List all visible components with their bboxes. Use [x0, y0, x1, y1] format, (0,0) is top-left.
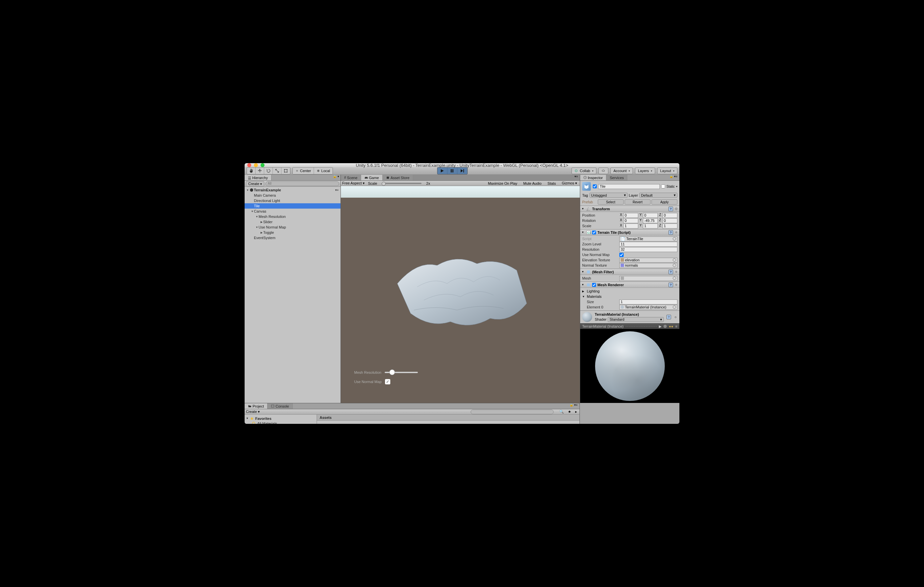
scene-row[interactable]: ▼TerrainExample▾≡ — [244, 187, 340, 193]
rotation-y-input[interactable] — [643, 218, 658, 223]
aspect-dropdown[interactable]: Free Aspect ▾ — [342, 181, 365, 186]
stats-toggle[interactable]: Stats — [546, 181, 557, 186]
preview-light-icon[interactable]: ●● — [669, 324, 673, 328]
scene-tab[interactable]: #Scene — [341, 175, 361, 181]
hierarchy-item-directional-light[interactable]: Directional Light — [244, 198, 340, 203]
prefab-select-button[interactable]: Select — [598, 199, 624, 205]
mesh-renderer-help-icon[interactable]: ? — [668, 283, 673, 287]
project-create-button[interactable]: Create ▾ — [246, 409, 260, 414]
mesh-resolution-slider[interactable] — [384, 372, 418, 373]
play-button[interactable] — [437, 168, 447, 174]
hierarchy-item-slider[interactable]: ▶Slider — [244, 219, 340, 225]
hierarchy-item-eventsystem[interactable]: EventSystem — [244, 235, 340, 240]
mesh-renderer-foldout[interactable]: ▼ — [581, 283, 585, 286]
pivot-local-button[interactable]: Local — [314, 168, 333, 174]
rotation-x-input[interactable] — [623, 218, 638, 223]
maximize-on-play-toggle[interactable]: Maximize On Play — [487, 181, 519, 186]
cloud-button[interactable] — [598, 168, 608, 174]
layout-dropdown[interactable]: Layout — [657, 168, 677, 174]
collab-dropdown[interactable]: Collab — [571, 168, 596, 174]
layer-dropdown[interactable]: Default▾ — [639, 193, 677, 198]
scale-y-input[interactable] — [643, 224, 658, 229]
transform-help-icon[interactable]: ? — [668, 207, 673, 211]
terrain-tile-help-icon[interactable]: ? — [668, 230, 673, 235]
search-favorite-icon[interactable]: ★ — [567, 409, 572, 414]
elevation-texture-field[interactable]: elevation — [619, 258, 677, 263]
game-view[interactable]: Mesh Resolution Use Normal Map ✓ — [341, 186, 580, 403]
use-normal-map-checkbox[interactable]: ✓ — [385, 379, 390, 385]
game-tab[interactable]: Game — [361, 175, 383, 181]
preview-header[interactable]: TerrainMaterial (Instance) ▶ ●● ≡ — [580, 324, 680, 329]
hierarchy-item-tile[interactable]: Tile — [244, 203, 340, 209]
transform-foldout[interactable]: ▼ — [581, 207, 585, 210]
favorites-header[interactable]: ▼Favorites — [244, 416, 317, 421]
move-tool-button[interactable] — [256, 168, 264, 174]
hierarchy-tab[interactable]: ☰Hierarchy — [244, 175, 272, 181]
hierarchy-create-button[interactable]: Create ▾ — [246, 181, 264, 186]
preview-viewport[interactable] — [580, 329, 680, 403]
material-gear-icon[interactable] — [674, 316, 677, 319]
pivot-center-button[interactable]: Center — [293, 168, 314, 174]
inspector-lock-icon[interactable]: 🔒 ▾≡ — [667, 175, 680, 181]
asset-store-tab[interactable]: Asset Store — [383, 175, 413, 181]
preview-sphere-icon[interactable] — [663, 325, 667, 328]
hierarchy-item-main-camera[interactable]: Main Camera — [244, 193, 340, 198]
lighting-foldout[interactable]: ▶ — [582, 290, 586, 293]
close-icon[interactable] — [247, 163, 251, 167]
services-tab[interactable]: Services — [606, 175, 627, 181]
slider-knob[interactable] — [389, 370, 395, 375]
project-tab[interactable]: Project — [244, 403, 267, 409]
inspector-tab[interactable]: ⓘInspector — [580, 175, 606, 181]
mesh-filter-help-icon[interactable]: ? — [668, 270, 673, 274]
object-active-checkbox[interactable] — [593, 184, 597, 188]
rotation-z-input[interactable] — [662, 218, 677, 223]
element0-field[interactable]: TerrainMaterial (Instance) — [619, 305, 677, 310]
pause-button[interactable] — [447, 168, 457, 174]
material-help-icon[interactable]: ? — [667, 315, 671, 319]
script-reference[interactable]: 📄TerrainTile — [619, 237, 677, 242]
hierarchy-item-mesh-resolution[interactable]: ▼Mesh Resolution — [244, 214, 340, 219]
rotate-tool-button[interactable] — [264, 168, 273, 174]
mesh-filter-gear-icon[interactable] — [675, 270, 678, 274]
scale-tool-button[interactable] — [273, 168, 281, 174]
use-normal-map-prop-checkbox[interactable] — [619, 253, 624, 257]
hierarchy-search-input[interactable] — [266, 181, 339, 186]
hierarchy-item-canvas[interactable]: ▼Canvas — [244, 209, 340, 214]
preview-play-icon[interactable]: ▶ — [659, 324, 662, 329]
terrain-tile-foldout[interactable]: ▼ — [581, 231, 585, 234]
resolution-input[interactable] — [619, 247, 677, 252]
position-z-input[interactable] — [662, 213, 677, 218]
favorite-all-materials[interactable]: All Materials — [244, 421, 317, 424]
scale-z-input[interactable] — [662, 224, 677, 229]
account-dropdown[interactable]: Account — [610, 168, 633, 174]
project-lock-icon[interactable]: 🔒 ▾≡ — [568, 403, 579, 409]
position-y-input[interactable] — [643, 213, 658, 218]
terrain-tile-enabled-checkbox[interactable] — [592, 230, 596, 235]
normal-texture-field[interactable]: normals — [619, 263, 677, 268]
assets-breadcrumb[interactable]: Assets — [317, 414, 579, 421]
center-menu-icon[interactable]: ▾≡ — [573, 175, 580, 181]
hierarchy-item-use-normal-map[interactable]: ▼Use Normal Map — [244, 225, 340, 230]
mesh-renderer-enabled-checkbox[interactable] — [592, 283, 596, 287]
step-button[interactable] — [457, 168, 467, 174]
position-x-input[interactable] — [623, 213, 638, 218]
terrain-tile-gear-icon[interactable] — [675, 230, 678, 234]
mute-audio-toggle[interactable]: Mute Audio — [522, 181, 543, 186]
transform-gear-icon[interactable] — [675, 207, 678, 210]
preview-menu-icon[interactable]: ≡ — [675, 324, 677, 328]
prefab-apply-button[interactable]: Apply — [652, 199, 677, 205]
hierarchy-lock-icon[interactable]: 🔒 ▾ — [332, 175, 340, 181]
search-save-icon[interactable]: ▸ — [574, 409, 578, 414]
mesh-field[interactable] — [619, 276, 677, 281]
project-search-input[interactable] — [470, 409, 554, 414]
static-checkbox[interactable] — [661, 184, 665, 188]
static-dropdown-icon[interactable]: ▾ — [676, 185, 677, 188]
console-tab[interactable]: Console — [267, 403, 292, 409]
hand-tool-button[interactable] — [247, 168, 256, 174]
materials-size-input[interactable] — [619, 299, 677, 304]
scale-x-input[interactable] — [623, 224, 638, 229]
search-filter-icon[interactable]: 🔍 — [558, 409, 565, 414]
gizmos-dropdown[interactable]: Gizmos ▾ — [561, 181, 579, 186]
tag-dropdown[interactable]: Untagged▾ — [589, 193, 628, 198]
object-name-input[interactable] — [598, 184, 660, 189]
